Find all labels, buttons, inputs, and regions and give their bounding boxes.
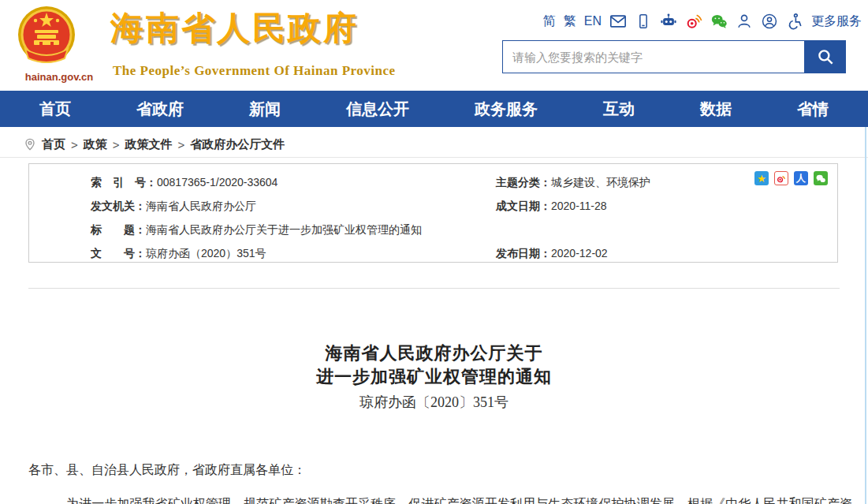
meta-value: 琼府办函（2020）351号 (146, 247, 266, 259)
meta-row-written-date: 成文日期：2020-11-28 (496, 194, 650, 218)
nav-item-home[interactable]: 首页 (39, 99, 71, 120)
accessibility-icon[interactable] (786, 13, 803, 30)
wechat-share-icon[interactable] (814, 171, 828, 185)
wechat-icon[interactable] (710, 13, 728, 30)
breadcrumb: 首页 > 政策 > 政策文件 > 省政府办公厅文件 (24, 135, 285, 154)
qzone-share-icon[interactable]: ★ (754, 171, 769, 185)
more-services-link[interactable]: 更多服务 (811, 13, 862, 30)
breadcrumb-separator: > (71, 138, 78, 151)
meta-label: 发布日期： (496, 247, 551, 259)
breadcrumb-item-policy-files[interactable]: 政策文件 (125, 137, 173, 152)
site-header: hainan.gov.cn 海南省人民政府 The People’s Gover… (0, 0, 868, 91)
meta-row-index-number: 索 引 号：00817365-1/2020-33604 (91, 170, 422, 194)
weibo-icon[interactable] (685, 13, 702, 30)
robot-icon[interactable] (660, 13, 677, 30)
weibo-share-icon[interactable] (774, 171, 788, 185)
lang-english-link[interactable]: EN (584, 14, 602, 28)
page: hainan.gov.cn 海南省人民政府 The People’s Gover… (0, 0, 868, 504)
nav-item-info[interactable]: 信息公开 (346, 99, 409, 120)
meta-row-title: 标 题：海南省人民政府办公厅关于进一步加强矿业权管理的通知 (91, 218, 422, 241)
site-subtitle: The People’s Government Of Hainan Provin… (113, 63, 396, 79)
meta-right-column: 主题分类：城乡建设、环境保护 成文日期：2020-11-28 发布日期：2020… (496, 170, 650, 265)
meta-label: 成文日期： (496, 200, 551, 212)
meta-label: 文 号： (91, 247, 146, 259)
logo-domain-text: hainan.gov.cn (16, 71, 102, 83)
document-number: 琼府办函〔2020〕351号 (0, 390, 868, 414)
nav-item-govt[interactable]: 省政府 (136, 99, 184, 120)
meta-row-doc-number: 文 号：琼府办函（2020）351号 (91, 241, 422, 265)
meta-row-subject-category: 主题分类：城乡建设、环境保护 (496, 170, 650, 194)
document-title-block: 海南省人民政府办公厅关于 进一步加强矿业权管理的通知 琼府办函〔2020〕351… (0, 342, 868, 414)
nav-item-news[interactable]: 新闻 (249, 99, 281, 120)
breadcrumb-separator: > (113, 138, 120, 151)
document-meta-box: 索 引 号：00817365-1/2020-33604 发文机关：海南省人民政府… (28, 163, 838, 263)
nav-item-interact[interactable]: 互动 (603, 99, 635, 120)
envelope-icon[interactable] (609, 13, 627, 30)
breadcrumb-item-home[interactable]: 首页 (42, 137, 65, 152)
meta-label: 发文机关： (91, 200, 146, 212)
lang-simplified-link[interactable]: 简 (543, 13, 556, 30)
right-edge-accent (865, 127, 866, 504)
service-icon[interactable] (761, 13, 778, 30)
meta-label: 标 题： (91, 223, 146, 236)
lang-traditional-link[interactable]: 繁 (564, 13, 576, 30)
content-divider (28, 288, 840, 289)
mobile-icon[interactable] (635, 13, 652, 30)
breadcrumb-item-policy[interactable]: 政策 (84, 137, 107, 152)
site-logo[interactable]: hainan.gov.cn (16, 3, 102, 83)
article-salutation: 各市、县、自治县人民政府，省政府直属各单位： (28, 462, 840, 479)
meta-value: 海南省人民政府办公厅关于进一步加强矿业权管理的通知 (146, 223, 422, 236)
document-title-line1: 海南省人民政府办公厅关于 (0, 342, 868, 365)
share-bar: ★ 人 (754, 171, 828, 185)
location-pin-icon (24, 137, 36, 151)
breadcrumb-item-office-files[interactable]: 省政府办公厅文件 (190, 137, 285, 152)
nav-item-province[interactable]: 省情 (797, 99, 829, 120)
breadcrumb-separator: > (178, 138, 185, 151)
meta-label: 索 引 号： (91, 176, 157, 189)
meta-row-publish-date: 发布日期：2020-12-02 (496, 241, 650, 265)
site-title[interactable]: 海南省人民政府 (110, 6, 359, 50)
nav-item-services[interactable]: 政务服务 (475, 99, 538, 120)
utility-bar: 简 繁 EN (543, 13, 862, 30)
user-icon[interactable] (736, 13, 753, 30)
meta-value: 00817365-1/2020-33604 (157, 176, 278, 189)
meta-label: 主题分类： (496, 176, 551, 189)
article-paragraph-clipped: 为进一步加强我省矿业权管理，规范矿产资源勘查开采秩序，促进矿产资源开发利用与生态… (28, 492, 852, 504)
meta-row-issuing-agency: 发文机关：海南省人民政府办公厅 (91, 194, 422, 218)
meta-value: 2020-11-28 (551, 200, 607, 212)
meta-value: 2020-12-02 (551, 247, 608, 259)
meta-left-column: 索 引 号：00817365-1/2020-33604 发文机关：海南省人民政府… (91, 170, 422, 265)
search-button[interactable] (804, 40, 846, 73)
meta-row-spacer (496, 218, 650, 241)
search-input[interactable] (502, 40, 804, 73)
national-emblem-icon (16, 3, 102, 69)
nav-item-data[interactable]: 数据 (700, 99, 732, 120)
breadcrumb-divider (0, 157, 868, 158)
renren-share-icon[interactable]: 人 (794, 171, 808, 185)
search-icon (815, 47, 836, 67)
main-nav: 首页 省政府 新闻 信息公开 政务服务 互动 数据 省情 (0, 91, 868, 127)
document-title-line2: 进一步加强矿业权管理的通知 (0, 365, 868, 389)
meta-value: 城乡建设、环境保护 (551, 176, 650, 189)
meta-value: 海南省人民政府办公厅 (146, 200, 256, 212)
